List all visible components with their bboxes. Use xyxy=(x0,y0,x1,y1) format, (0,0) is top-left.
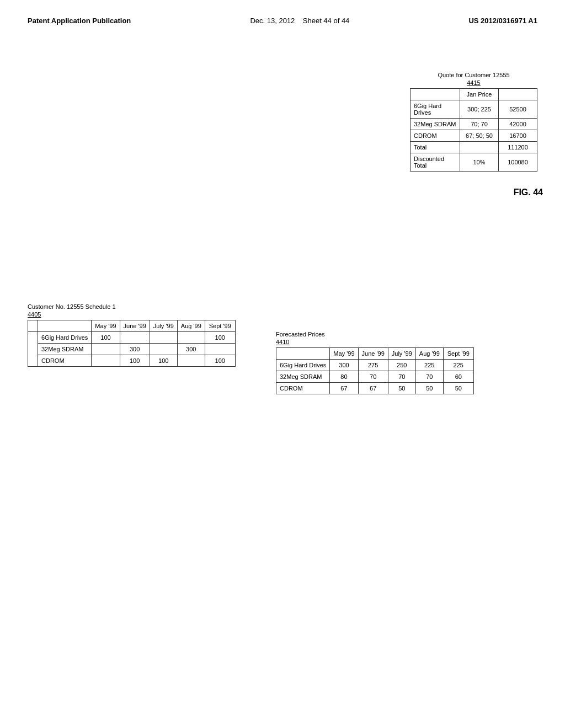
bottom-left-title: Customer No. 12555 Schedule 1 xyxy=(28,303,236,310)
table-row: CDROM 100 100 100 xyxy=(28,355,236,367)
table-row: Total 111200 xyxy=(411,142,537,153)
bottom-right-table: May '99 June '99 July '99 Aug '99 Sept '… xyxy=(276,347,474,394)
top-table: Jan Price 6Gig HardDrives 300; 225 52500… xyxy=(410,88,537,172)
table-row: 32Meg SDRAM 300 300 xyxy=(28,344,236,355)
top-table-title: Quote for Customer 12555 xyxy=(410,72,537,78)
table-row: 6Gig HardDrives 300; 225 52500 xyxy=(411,100,537,119)
table-row: 6Gig Hard Drives 100 100 xyxy=(28,332,236,344)
table-row: CDROM 67 67 50 50 50 xyxy=(276,383,474,394)
bottom-right-subtitle: 4410 xyxy=(276,339,474,345)
top-table-container: Quote for Customer 12555 4415 Jan Price … xyxy=(410,72,537,172)
table-row: 6Gig Hard Drives 300 275 250 225 225 xyxy=(276,360,474,371)
page-header: Patent Application Publication Dec. 13, … xyxy=(0,0,565,30)
table-row: CDROM 67; 50; 50 16700 xyxy=(411,130,537,142)
table-row: 32Meg SDRAM 70; 70 42000 xyxy=(411,119,537,130)
header-right: US 2012/0316971 A1 xyxy=(468,17,537,25)
table-row: 32Meg SDRAM 80 70 70 70 60 xyxy=(276,371,474,383)
fig-label: FIG. 44 xyxy=(514,188,543,197)
bottom-left-table: May '99 June '99 July '99 Aug '99 Sept '… xyxy=(28,320,236,367)
top-table-subtitle: 4415 xyxy=(410,79,537,86)
bottom-right-title: Forecasted Prices xyxy=(276,331,474,338)
bottom-right-container: Forecasted Prices 4410 May '99 June '99 … xyxy=(276,331,474,394)
bottom-left-subtitle: 4405 xyxy=(28,311,236,318)
table-row: DiscountedTotal 10% 100080 xyxy=(411,153,537,172)
header-center: Dec. 13, 2012 Sheet 44 of 44 xyxy=(250,17,349,25)
header-left: Patent Application Publication xyxy=(28,17,131,25)
bottom-left-container: Customer No. 12555 Schedule 1 4405 May '… xyxy=(28,303,236,367)
